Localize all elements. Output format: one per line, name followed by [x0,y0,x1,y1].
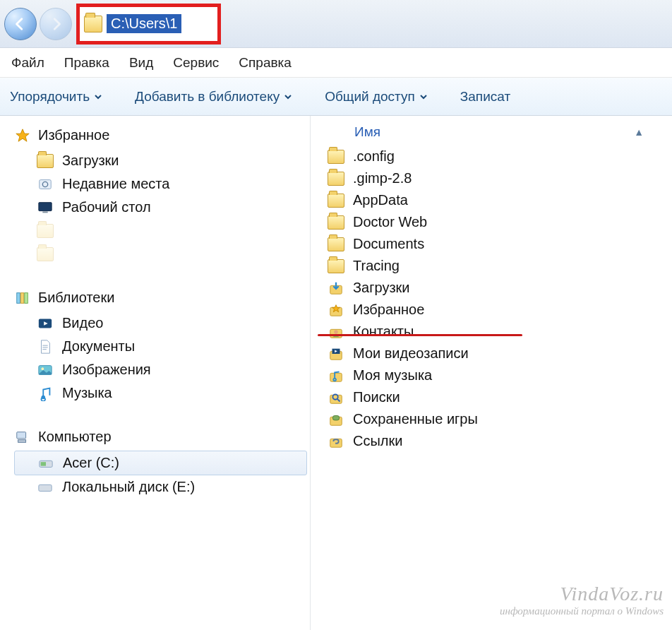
file-item[interactable]: Поиски [319,386,669,408]
file-item[interactable]: Загрузки [319,277,669,299]
recent-places-icon [37,177,54,192]
column-name-label: Имя [354,124,380,140]
svg-point-20 [334,330,338,334]
file-item[interactable]: Мои видеозаписи [319,343,669,364]
group-favorites: Избранное Загрузки Недавние места Р [14,124,307,266]
downloads-icon [37,153,54,169]
file-item[interactable]: Сохраненные игры [319,408,669,430]
file-item-label: Tracing [353,258,400,274]
sidebar-item-label: Рабочий стол [62,199,151,215]
search-icon [328,390,344,405]
sidebar-item-desktop[interactable]: Рабочий стол [14,196,307,219]
file-item[interactable]: AppData [319,189,669,211]
sidebar-item-downloads[interactable]: Загрузки [14,149,307,172]
watermark-title: VindaVoz.ru [500,583,664,605]
file-item-label: AppData [353,192,408,208]
video-icon [328,346,344,362]
drive-icon [37,456,54,471]
back-button[interactable] [4,8,37,40]
svg-point-10 [42,367,44,370]
svg-point-11 [42,395,46,399]
toolbar-organize[interactable]: Упорядочить [10,89,102,105]
toolbar-add-to-library[interactable]: Добавить в библиотеку [135,89,292,105]
sidebar-item-hidden [14,242,307,266]
video-icon [37,316,54,331]
file-item[interactable]: Documents [319,233,669,255]
sidebar-item-music[interactable]: Музыка [14,381,307,405]
games-icon [328,412,344,427]
folder-icon [328,237,344,252]
chevron-down-icon [284,93,292,101]
toolbar-burn-label: Записат [460,89,510,105]
group-computer: Компьютер Acer (C:) Локальный диск (E:) [14,426,307,499]
svg-rect-2 [39,202,52,210]
menu-edit[interactable]: Правка [64,55,109,71]
sidebar-item-recent[interactable]: Недавние места [14,172,307,196]
sidebar-item-label: Изображения [62,362,151,378]
libraries-header[interactable]: Библиотеки [14,287,307,309]
file-item-label: Моя музыка [353,367,432,384]
navigation-pane: Избранное Загрузки Недавние места Р [0,116,311,630]
sidebar-item-label: Музыка [62,385,112,401]
address-bar[interactable]: C:\Users\1 [76,4,221,44]
svg-rect-13 [18,439,26,442]
file-item-label: Загрузки [353,280,410,296]
svg-rect-0 [40,179,52,189]
sidebar-item-video[interactable]: Видео [14,311,307,335]
group-libraries: Библиотеки Видео Документы [14,287,307,405]
file-item-label: .config [353,148,395,165]
drive-icon [37,480,54,495]
sidebar-item-label: Документы [62,338,135,355]
folder-icon [84,16,102,32]
music-icon [328,368,344,384]
column-header-name[interactable]: Имя ▲ [319,121,669,145]
computer-icon [14,429,31,445]
file-item-label: Documents [353,236,424,252]
star-icon [14,128,31,143]
file-item[interactable]: Ссылки [319,430,669,452]
documents-icon [37,339,54,355]
nav-buttons [4,8,72,40]
file-item-label: Контакты [353,323,414,340]
forward-button[interactable] [40,8,72,40]
sidebar-item-documents[interactable]: Документы [14,335,307,358]
pictures-icon [37,362,54,378]
file-item[interactable]: Tracing [319,255,669,277]
sidebar-item-drive-c[interactable]: Acer (C:) [14,451,307,475]
address-path[interactable]: C:\Users\1 [107,14,181,33]
toolbar-burn[interactable]: Записат [460,89,510,105]
svg-rect-15 [41,462,46,466]
arrow-left-icon [13,16,28,32]
links-icon [328,434,344,449]
file-item[interactable]: Моя музыка [319,364,669,386]
menu-help[interactable]: Справка [239,55,292,71]
svg-rect-4 [17,292,20,303]
svg-rect-28 [332,415,339,420]
computer-header[interactable]: Компьютер [14,426,307,448]
sort-indicator-icon: ▲ [634,126,644,138]
svg-rect-5 [20,292,24,303]
computer-label: Компьютер [38,429,112,445]
file-item[interactable]: Контакты [319,321,669,343]
menu-file[interactable]: Файл [11,55,44,71]
folder-icon [328,149,344,165]
file-item[interactable]: Doctor Web [319,211,669,233]
file-item[interactable]: Избранное [319,299,669,321]
menu-view[interactable]: Вид [129,55,153,71]
body: Избранное Загрузки Недавние места Р [0,116,672,630]
music-icon [37,386,54,401]
folder-icon [328,215,344,230]
watermark-subtitle: информационный портал о Windows [500,605,664,617]
file-item-label: Doctor Web [353,214,427,230]
favorites-header[interactable]: Избранное [14,124,307,146]
file-item[interactable]: .gimp-2.8 [319,167,669,189]
sidebar-item-drive-e[interactable]: Локальный диск (E:) [14,475,307,499]
svg-rect-6 [25,292,28,303]
toolbar-addtolib-label: Добавить в библиотеку [135,89,280,105]
sidebar-item-pictures[interactable]: Изображения [14,358,307,381]
libraries-icon [14,290,31,306]
nav-row: C:\Users\1 [0,0,672,48]
menu-tools[interactable]: Сервис [173,55,219,71]
file-item[interactable]: .config [319,145,669,167]
toolbar-share[interactable]: Общий доступ [325,89,428,105]
